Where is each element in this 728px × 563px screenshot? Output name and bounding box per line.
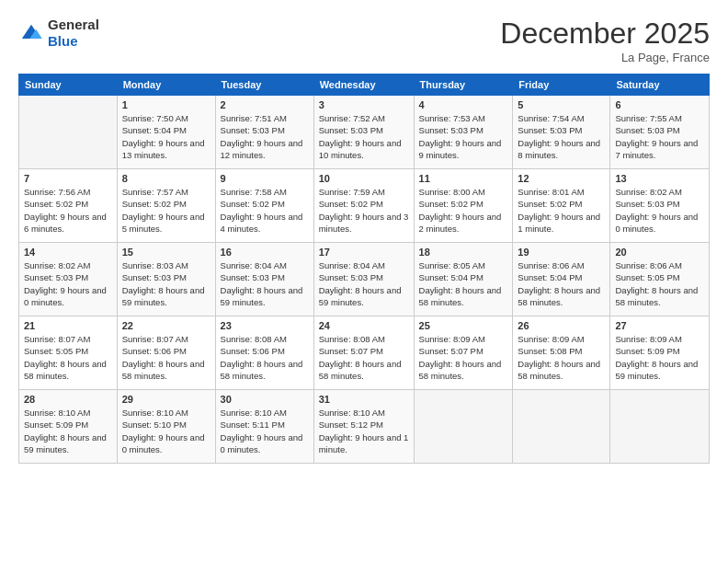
day-number: 7 xyxy=(24,173,112,184)
calendar-cell: 13Sunrise: 8:02 AMSunset: 5:03 PMDayligh… xyxy=(610,169,710,243)
day-info: Sunrise: 8:07 AMSunset: 5:05 PMDaylight:… xyxy=(24,333,112,382)
day-number: 26 xyxy=(518,320,605,331)
day-number: 19 xyxy=(518,247,605,258)
calendar-cell: 26Sunrise: 8:09 AMSunset: 5:08 PMDayligh… xyxy=(513,316,610,390)
calendar-cell: 9Sunrise: 7:58 AMSunset: 5:02 PMDaylight… xyxy=(215,169,313,243)
day-info: Sunrise: 8:10 AMSunset: 5:10 PMDaylight:… xyxy=(122,407,210,455)
calendar-cell: 15Sunrise: 8:03 AMSunset: 5:03 PMDayligh… xyxy=(117,243,215,316)
day-info: Sunrise: 8:10 AMSunset: 5:09 PMDaylight:… xyxy=(24,407,112,455)
calendar-cell: 19Sunrise: 8:06 AMSunset: 5:04 PMDayligh… xyxy=(513,243,610,316)
month-title: December 2025 xyxy=(500,17,710,51)
day-info: Sunrise: 7:52 AMSunset: 5:03 PMDaylight:… xyxy=(319,112,409,161)
calendar-cell: 16Sunrise: 8:04 AMSunset: 5:03 PMDayligh… xyxy=(215,243,313,316)
day-number: 8 xyxy=(122,173,210,184)
col-wednesday: Wednesday xyxy=(313,75,414,96)
day-number: 9 xyxy=(221,173,309,184)
day-number: 14 xyxy=(24,247,112,258)
calendar-cell: 1Sunrise: 7:50 AMSunset: 5:04 PMDaylight… xyxy=(117,96,215,169)
day-info: Sunrise: 8:06 AMSunset: 5:04 PMDaylight:… xyxy=(518,259,605,308)
calendar-cell: 10Sunrise: 7:59 AMSunset: 5:02 PMDayligh… xyxy=(313,169,414,243)
calendar-cell: 2Sunrise: 7:51 AMSunset: 5:03 PMDaylight… xyxy=(215,96,313,169)
day-number: 17 xyxy=(319,247,409,258)
day-info: Sunrise: 7:59 AMSunset: 5:02 PMDaylight:… xyxy=(319,186,409,235)
calendar-week-row: 14Sunrise: 8:02 AMSunset: 5:03 PMDayligh… xyxy=(19,243,710,316)
day-number: 1 xyxy=(122,99,210,110)
day-info: Sunrise: 8:00 AMSunset: 5:02 PMDaylight:… xyxy=(419,186,508,235)
calendar-cell: 27Sunrise: 8:09 AMSunset: 5:09 PMDayligh… xyxy=(610,316,710,390)
col-tuesday: Tuesday xyxy=(215,75,313,96)
calendar-cell xyxy=(513,390,610,464)
day-info: Sunrise: 8:07 AMSunset: 5:06 PMDaylight:… xyxy=(122,333,210,382)
day-number: 24 xyxy=(319,320,409,331)
day-number: 31 xyxy=(319,394,409,405)
calendar-header-row: Sunday Monday Tuesday Wednesday Thursday… xyxy=(19,75,710,96)
day-number: 20 xyxy=(615,247,704,258)
day-number: 25 xyxy=(419,320,508,331)
day-number: 6 xyxy=(615,99,704,110)
day-info: Sunrise: 8:09 AMSunset: 5:08 PMDaylight:… xyxy=(518,333,605,382)
calendar-cell: 17Sunrise: 8:04 AMSunset: 5:03 PMDayligh… xyxy=(313,243,414,316)
day-info: Sunrise: 8:09 AMSunset: 5:09 PMDaylight:… xyxy=(615,333,704,382)
day-info: Sunrise: 8:03 AMSunset: 5:03 PMDaylight:… xyxy=(122,259,210,308)
day-number: 3 xyxy=(319,99,409,110)
col-sunday: Sunday xyxy=(19,75,118,96)
header: General Blue December 2025 La Page, Fran… xyxy=(18,17,710,64)
title-block: December 2025 La Page, France xyxy=(500,17,710,64)
calendar-week-row: 7Sunrise: 7:56 AMSunset: 5:02 PMDaylight… xyxy=(19,169,710,243)
day-info: Sunrise: 7:56 AMSunset: 5:02 PMDaylight:… xyxy=(24,186,112,235)
calendar-cell: 18Sunrise: 8:05 AMSunset: 5:04 PMDayligh… xyxy=(414,243,513,316)
day-number: 22 xyxy=(122,320,210,331)
calendar-week-row: 28Sunrise: 8:10 AMSunset: 5:09 PMDayligh… xyxy=(19,390,710,464)
calendar-cell: 29Sunrise: 8:10 AMSunset: 5:10 PMDayligh… xyxy=(117,390,215,464)
calendar-cell: 8Sunrise: 7:57 AMSunset: 5:02 PMDaylight… xyxy=(117,169,215,243)
day-info: Sunrise: 8:09 AMSunset: 5:07 PMDaylight:… xyxy=(419,333,508,382)
day-number: 23 xyxy=(221,320,309,331)
col-saturday: Saturday xyxy=(610,75,710,96)
calendar-cell: 24Sunrise: 8:08 AMSunset: 5:07 PMDayligh… xyxy=(313,316,414,390)
day-info: Sunrise: 7:50 AMSunset: 5:04 PMDaylight:… xyxy=(122,112,210,161)
day-info: Sunrise: 7:57 AMSunset: 5:02 PMDaylight:… xyxy=(122,186,210,235)
col-monday: Monday xyxy=(117,75,215,96)
calendar-cell: 6Sunrise: 7:55 AMSunset: 5:03 PMDaylight… xyxy=(610,96,710,169)
day-info: Sunrise: 8:08 AMSunset: 5:07 PMDaylight:… xyxy=(319,333,409,382)
calendar-cell: 21Sunrise: 8:07 AMSunset: 5:05 PMDayligh… xyxy=(19,316,118,390)
day-number: 21 xyxy=(24,320,112,331)
day-info: Sunrise: 8:08 AMSunset: 5:06 PMDaylight:… xyxy=(221,333,309,382)
day-number: 11 xyxy=(419,173,508,184)
day-number: 4 xyxy=(419,99,508,110)
location: La Page, France xyxy=(500,51,710,64)
calendar-cell: 28Sunrise: 8:10 AMSunset: 5:09 PMDayligh… xyxy=(19,390,118,464)
logo-blue-text: Blue xyxy=(48,33,78,49)
calendar-cell: 30Sunrise: 8:10 AMSunset: 5:11 PMDayligh… xyxy=(215,390,313,464)
day-number: 2 xyxy=(221,99,309,110)
calendar-week-row: 1Sunrise: 7:50 AMSunset: 5:04 PMDaylight… xyxy=(19,96,710,169)
calendar-cell: 3Sunrise: 7:52 AMSunset: 5:03 PMDaylight… xyxy=(313,96,414,169)
page: General Blue December 2025 La Page, Fran… xyxy=(0,0,728,563)
day-number: 15 xyxy=(122,247,210,258)
day-number: 18 xyxy=(419,247,508,258)
calendar-cell: 12Sunrise: 8:01 AMSunset: 5:02 PMDayligh… xyxy=(513,169,610,243)
day-info: Sunrise: 7:55 AMSunset: 5:03 PMDaylight:… xyxy=(615,112,704,161)
calendar-table: Sunday Monday Tuesday Wednesday Thursday… xyxy=(18,74,710,464)
logo: General Blue xyxy=(18,17,99,50)
day-number: 12 xyxy=(518,173,605,184)
day-info: Sunrise: 7:54 AMSunset: 5:03 PMDaylight:… xyxy=(518,112,605,161)
calendar-cell: 22Sunrise: 8:07 AMSunset: 5:06 PMDayligh… xyxy=(117,316,215,390)
calendar-cell: 25Sunrise: 8:09 AMSunset: 5:07 PMDayligh… xyxy=(414,316,513,390)
day-info: Sunrise: 8:04 AMSunset: 5:03 PMDaylight:… xyxy=(319,259,409,308)
calendar-week-row: 21Sunrise: 8:07 AMSunset: 5:05 PMDayligh… xyxy=(19,316,710,390)
day-info: Sunrise: 8:10 AMSunset: 5:11 PMDaylight:… xyxy=(221,407,309,455)
day-info: Sunrise: 8:02 AMSunset: 5:03 PMDaylight:… xyxy=(24,259,112,308)
day-number: 29 xyxy=(122,394,210,405)
day-info: Sunrise: 7:58 AMSunset: 5:02 PMDaylight:… xyxy=(221,186,309,235)
calendar-cell: 23Sunrise: 8:08 AMSunset: 5:06 PMDayligh… xyxy=(215,316,313,390)
day-number: 16 xyxy=(221,247,309,258)
calendar-cell xyxy=(19,96,118,169)
calendar-cell: 7Sunrise: 7:56 AMSunset: 5:02 PMDaylight… xyxy=(19,169,118,243)
calendar-cell: 31Sunrise: 8:10 AMSunset: 5:12 PMDayligh… xyxy=(313,390,414,464)
day-number: 13 xyxy=(615,173,704,184)
day-number: 10 xyxy=(319,173,409,184)
day-info: Sunrise: 7:53 AMSunset: 5:03 PMDaylight:… xyxy=(419,112,508,161)
day-info: Sunrise: 8:01 AMSunset: 5:02 PMDaylight:… xyxy=(518,186,605,235)
day-number: 27 xyxy=(615,320,704,331)
